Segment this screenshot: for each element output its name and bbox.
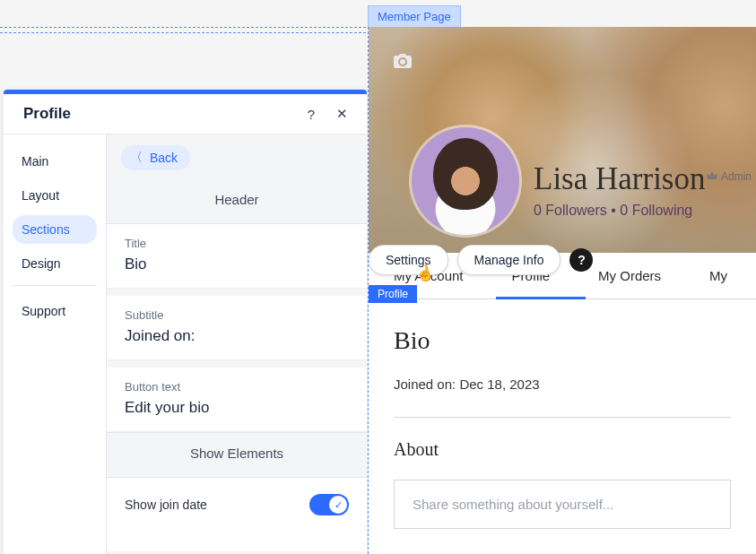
field-subtitle[interactable]: Subtitle Joined on:: [107, 296, 367, 360]
tab-my-other[interactable]: My: [709, 268, 727, 283]
check-icon: ✓: [329, 496, 347, 514]
field-title-value: Bio: [125, 255, 349, 273]
cover-image: Lisa Harrison Admin 0 Followers • 0 Foll…: [369, 27, 756, 253]
follow-line[interactable]: 0 Followers • 0 Following: [534, 203, 692, 219]
avatar[interactable]: [412, 127, 519, 235]
member-page-tag: Member Page: [368, 5, 461, 28]
field-subtitle-value: Joined on:: [125, 327, 349, 345]
nav-design[interactable]: Design: [13, 249, 97, 278]
help-icon[interactable]: ?: [302, 107, 320, 122]
camera-icon[interactable]: [394, 52, 412, 73]
section-heading-header: Header: [107, 179, 367, 224]
divider: [394, 417, 731, 418]
floating-controls: Settings Manage Info ?: [369, 245, 593, 275]
back-button[interactable]: 〈 Back: [121, 145, 190, 170]
manage-info-button[interactable]: Manage Info: [457, 245, 561, 275]
nav-main[interactable]: Main: [13, 147, 97, 176]
panel-header: Profile ? ✕: [4, 94, 367, 134]
chevron-left-icon: 〈: [130, 150, 143, 166]
nav-separator: [13, 285, 97, 286]
toggle-join-date-label: Show join date: [125, 498, 207, 512]
nav-sections[interactable]: Sections: [13, 215, 97, 244]
help-dot-button[interactable]: ?: [569, 248, 593, 272]
field-button-text[interactable]: Button text Edit your bio: [107, 368, 367, 432]
about-heading: About: [394, 439, 731, 460]
field-subtitle-label: Subtitle: [125, 308, 349, 322]
tab-underline: [496, 297, 586, 299]
section-heading-show-elements: Show Elements: [107, 432, 367, 478]
profile-selection-tag: Profile: [369, 285, 417, 303]
field-button-label: Button text: [125, 380, 349, 394]
field-button-value: Edit your bio: [125, 399, 349, 417]
field-title-label: Title: [125, 237, 349, 250]
panel-title: Profile: [23, 105, 290, 123]
nav-layout[interactable]: Layout: [13, 181, 97, 210]
display-name: Lisa Harrison: [534, 161, 705, 197]
back-label: Back: [150, 151, 178, 165]
bio-area: Bio Joined on: Dec 18, 2023 About Share …: [369, 299, 756, 529]
toggle-row-join-date: Show join date ✓: [107, 478, 367, 551]
settings-button[interactable]: Settings: [369, 245, 448, 275]
panel-content: 〈 Back Header Title Bio Subtitle Joined …: [107, 134, 367, 554]
crown-icon: [707, 170, 717, 183]
tab-my-orders[interactable]: My Orders: [598, 268, 661, 283]
settings-panel: Profile ? ✕ Main Layout Sections Design …: [4, 90, 367, 554]
admin-badge: Admin: [707, 170, 752, 183]
toggle-join-date[interactable]: ✓: [309, 494, 349, 515]
side-nav: Main Layout Sections Design Support: [4, 134, 107, 554]
joined-line: Joined on: Dec 18, 2023: [394, 377, 731, 392]
admin-label: Admin: [721, 170, 752, 183]
field-title[interactable]: Title Bio: [107, 224, 367, 289]
member-page-preview: Lisa Harrison Admin 0 Followers • 0 Foll…: [368, 27, 756, 554]
nav-support[interactable]: Support: [13, 297, 97, 325]
about-textarea[interactable]: Share something about yourself...: [394, 480, 731, 529]
bio-heading: Bio: [394, 326, 731, 355]
close-icon[interactable]: ✕: [333, 106, 351, 122]
